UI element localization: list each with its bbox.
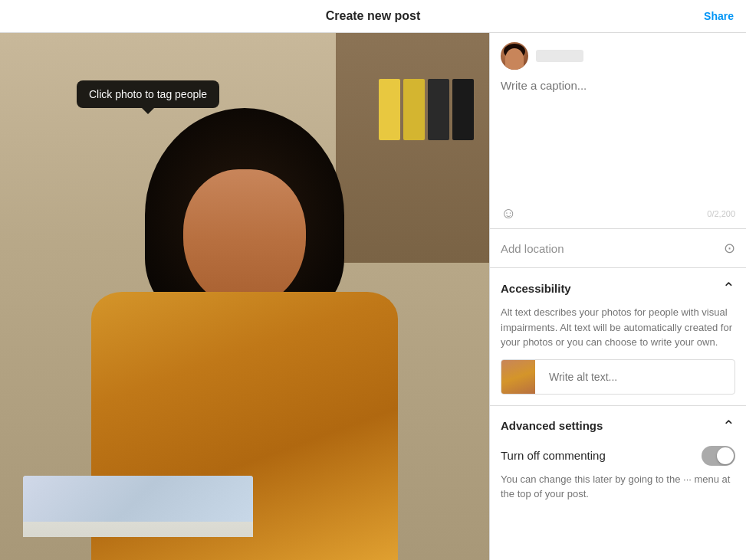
modal-header: Create new post Share (0, 0, 746, 33)
laptop-screen (23, 476, 253, 522)
location-icon: ⊙ (724, 240, 735, 257)
user-row: ________ (490, 33, 746, 79)
caption-area[interactable] (490, 79, 746, 198)
char-count: 0/2,200 (707, 209, 735, 218)
alt-text-row[interactable] (501, 359, 735, 395)
caption-footer: ☺ 0/2,200 (490, 198, 746, 229)
share-button[interactable]: Share (704, 10, 734, 22)
alt-text-input[interactable] (543, 371, 734, 383)
add-location-row[interactable]: Add location ⊙ (490, 229, 746, 268)
advanced-settings-section: Advanced settings ⌃ Turn off commenting … (490, 406, 746, 513)
accessibility-title: Accessibility (501, 282, 571, 295)
toggle-row: Turn off commenting (501, 446, 735, 466)
advanced-settings-header[interactable]: Advanced settings ⌃ (501, 417, 735, 435)
add-location-text: Add location (501, 242, 564, 255)
emoji-icon[interactable]: ☺ (501, 205, 516, 222)
toggle-commenting-label: Turn off commenting (501, 449, 606, 462)
right-panel: ________ ☺ 0/2,200 Add location ⊙ Access… (489, 33, 746, 560)
advanced-settings-chevron-icon: ⌃ (722, 417, 735, 435)
toggle-commenting-switch[interactable] (702, 446, 735, 466)
toggle-commenting-description: You can change this later by going to th… (501, 472, 735, 502)
person-face (183, 169, 306, 307)
avatar (501, 42, 528, 70)
photo-panel[interactable]: Click photo to tag people (0, 33, 489, 560)
alt-thumb (501, 360, 535, 394)
binder-4 (452, 79, 474, 140)
header-title: Create new post (326, 9, 421, 23)
advanced-settings-title: Advanced settings (501, 419, 603, 432)
accessibility-description: Alt text describes your photos for peopl… (501, 305, 735, 350)
accessibility-header[interactable]: Accessibility ⌃ (501, 279, 735, 297)
username: ________ (536, 50, 583, 62)
caption-input[interactable] (501, 79, 735, 186)
laptop (23, 476, 253, 537)
avatar-face (505, 48, 524, 70)
accessibility-section: Accessibility ⌃ Alt text describes your … (490, 268, 746, 406)
main-layout: Click photo to tag people ________ ☺ 0/2… (0, 33, 746, 560)
alt-thumb-inner (501, 360, 535, 394)
toggle-knob (717, 447, 734, 464)
accessibility-chevron-icon: ⌃ (722, 279, 735, 297)
